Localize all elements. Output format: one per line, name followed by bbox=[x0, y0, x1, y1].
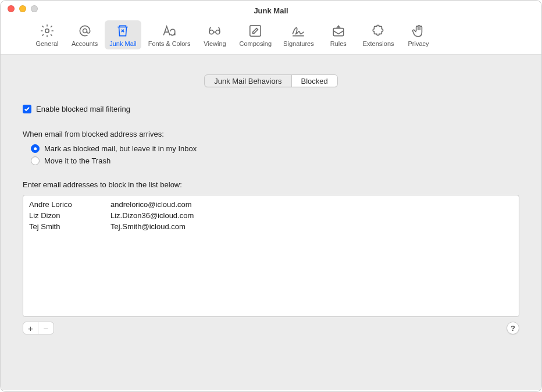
content-area: Junk Mail Behaviors Blocked Enable block… bbox=[1, 55, 541, 390]
traffic-lights bbox=[8, 5, 38, 12]
svg-point-0 bbox=[45, 29, 49, 33]
contact-email: Tej.Smith@icloud.com bbox=[110, 222, 513, 231]
radio-label: Mark as blocked mail, but leave it in my… bbox=[44, 144, 197, 153]
toolbar-label: General bbox=[35, 40, 58, 47]
add-remove-control: + − bbox=[23, 322, 54, 334]
remove-button[interactable]: − bbox=[38, 322, 54, 334]
toolbar-label: Fonts & Colors bbox=[148, 40, 191, 47]
signature-icon bbox=[290, 23, 306, 39]
contact-name: Tej Smith bbox=[29, 222, 110, 231]
blocked-addresses-list[interactable]: Andre Lorico andrelorico@icloud.com Liz … bbox=[23, 195, 519, 317]
contact-email: Liz.Dizon36@icloud.com bbox=[110, 211, 513, 220]
segment-blocked[interactable]: Blocked bbox=[292, 75, 337, 87]
add-button[interactable]: + bbox=[23, 322, 38, 334]
arrival-heading: When email from blocked address arrives: bbox=[23, 130, 519, 138]
segmented-control: Junk Mail Behaviors Blocked bbox=[204, 74, 338, 87]
toolbar-label: Privacy bbox=[408, 40, 429, 47]
toolbar-label: Rules bbox=[330, 40, 347, 47]
radio-label: Move it to the Trash bbox=[44, 156, 110, 165]
rules-icon bbox=[330, 23, 347, 39]
fonts-icon bbox=[161, 23, 177, 39]
trash-x-icon bbox=[115, 23, 131, 39]
compose-icon bbox=[247, 23, 263, 39]
toolbar-label: Viewing bbox=[204, 40, 226, 47]
zoom-window-button[interactable] bbox=[31, 5, 38, 12]
radio-mark-blocked[interactable]: Mark as blocked mail, but leave it in my… bbox=[31, 144, 519, 153]
toolbar-label: Composing bbox=[239, 40, 272, 47]
enable-filtering-row[interactable]: Enable blocked mail filtering bbox=[23, 105, 519, 113]
toolbar-extensions[interactable]: Extensions bbox=[358, 20, 399, 49]
preferences-window: Junk Mail General Accounts Junk Mail F bbox=[0, 0, 542, 392]
minimize-window-button[interactable] bbox=[19, 5, 26, 12]
enable-filtering-label: Enable blocked mail filtering bbox=[36, 105, 130, 113]
toolbar-label: Signatures bbox=[283, 40, 314, 47]
toolbar-label: Extensions bbox=[363, 40, 394, 47]
at-sign-icon bbox=[77, 23, 93, 39]
contact-name: Andre Lorico bbox=[29, 200, 110, 209]
list-item[interactable]: Andre Lorico andrelorico@icloud.com bbox=[23, 199, 519, 210]
toolbar-accounts[interactable]: Accounts bbox=[67, 20, 102, 49]
toolbar-label: Junk Mail bbox=[109, 40, 136, 47]
svg-point-2 bbox=[210, 30, 214, 34]
radio-button[interactable] bbox=[31, 144, 40, 153]
list-item[interactable]: Tej Smith Tej.Smith@icloud.com bbox=[23, 221, 519, 232]
hand-icon bbox=[411, 23, 427, 39]
puzzle-icon bbox=[370, 23, 387, 39]
toolbar-general[interactable]: General bbox=[30, 20, 65, 49]
list-item[interactable]: Liz Dizon Liz.Dizon36@icloud.com bbox=[23, 210, 519, 221]
contact-name: Liz Dizon bbox=[29, 211, 110, 220]
gear-icon bbox=[39, 23, 55, 39]
toolbar-fonts[interactable]: Fonts & Colors bbox=[144, 20, 195, 49]
radio-move-trash[interactable]: Move it to the Trash bbox=[31, 156, 519, 165]
svg-point-3 bbox=[216, 30, 220, 34]
blocklist-heading: Enter email addresses to block in the li… bbox=[23, 180, 519, 189]
toolbar-composing[interactable]: Composing bbox=[234, 20, 276, 49]
glasses-icon bbox=[206, 23, 223, 39]
toolbar-privacy[interactable]: Privacy bbox=[401, 20, 436, 49]
radio-button[interactable] bbox=[31, 156, 40, 165]
window-title: Junk Mail bbox=[1, 3, 541, 15]
toolbar-viewing[interactable]: Viewing bbox=[197, 20, 232, 49]
toolbar-rules[interactable]: Rules bbox=[321, 20, 356, 49]
help-button[interactable]: ? bbox=[507, 322, 519, 334]
toolbar-junkmail[interactable]: Junk Mail bbox=[105, 20, 141, 49]
preferences-toolbar: General Accounts Junk Mail Fonts & Color… bbox=[1, 17, 541, 55]
svg-rect-4 bbox=[250, 26, 261, 36]
segment-junk-behaviors[interactable]: Junk Mail Behaviors bbox=[205, 75, 291, 87]
titlebar: Junk Mail bbox=[1, 1, 541, 17]
contact-email: andrelorico@icloud.com bbox=[110, 200, 513, 209]
toolbar-signatures[interactable]: Signatures bbox=[279, 20, 319, 49]
enable-filtering-checkbox[interactable] bbox=[23, 105, 31, 113]
close-window-button[interactable] bbox=[8, 5, 15, 12]
toolbar-label: Accounts bbox=[72, 40, 98, 47]
svg-point-1 bbox=[83, 29, 87, 33]
